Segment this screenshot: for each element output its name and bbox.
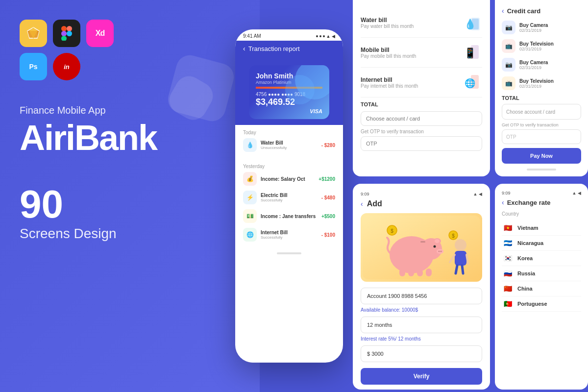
exch-back-arrow[interactable]: ‹ xyxy=(502,198,504,206)
svg-rect-27 xyxy=(399,269,405,276)
cc-item-date-1: 02/31/2019 xyxy=(519,28,581,33)
water-bill-sub: Pay water bill this month xyxy=(361,24,453,29)
cc-verify-label: Get OTP to verify transaction xyxy=(502,122,581,127)
cc-item-name-3: Buy Camera xyxy=(519,60,573,65)
cc-item-3: 📷 Buy Camera 02/31/2019 xyxy=(502,58,581,72)
tx-salary-amount: +$1200 xyxy=(318,176,335,182)
country-vietnam[interactable]: 🇻🇳 Vietnam xyxy=(502,220,581,236)
tx-internet-amount: - $100 xyxy=(321,232,335,238)
tx-jane-info: Income : Jane transfers xyxy=(261,214,318,219)
tx-salary: 💰 Income: Salary Oct +$1200 xyxy=(243,172,335,186)
svg-rect-5 xyxy=(61,26,67,31)
bill-total-label: TOTAL xyxy=(361,101,482,107)
card-circle-deco2 xyxy=(285,75,315,104)
cc-panel-title: Credit card xyxy=(507,7,541,15)
otp-input[interactable] xyxy=(361,136,482,151)
svg-rect-8 xyxy=(61,36,67,41)
tx-jane-icon: 💵 xyxy=(243,209,257,223)
screen-count: 90 xyxy=(20,185,240,224)
tx-salary-info: Income: Salary Oct xyxy=(261,176,315,182)
add-back-arrow[interactable]: ‹ xyxy=(361,200,363,208)
cc-item-info-4: Buy Television 02/31/2019 xyxy=(519,78,581,89)
status-icons: ▲ ◀ xyxy=(316,34,335,39)
cc-account-field: Choose account / card xyxy=(502,104,581,120)
screen-count-label: Screens Design xyxy=(20,226,240,242)
tx-jane-amount: +$500 xyxy=(321,214,335,219)
tx-electric-icon: ⚡ xyxy=(243,191,257,204)
country-nicaragua[interactable]: 🇳🇮 Nicaragua xyxy=(502,236,581,251)
account-input[interactable] xyxy=(361,111,482,126)
tx-internet-status: Successfully xyxy=(261,235,318,240)
water-bill-title: Water bill xyxy=(361,17,453,24)
cc-item-name-1: Buy Camera xyxy=(519,23,573,28)
add-panel-title: Add xyxy=(367,199,382,208)
portuguese-flag-icon: 🇵🇹 xyxy=(502,300,514,308)
svg-rect-6 xyxy=(67,26,72,31)
add-status-bar: 9:09 ▲ ◀ xyxy=(361,192,482,196)
phone-header-title: Transaction report xyxy=(248,45,300,52)
internet-bill-info: Internet bill Pay internet bill this mon… xyxy=(361,76,453,89)
korea-name: Korea xyxy=(517,255,533,261)
water-bill-item: Water bill Pay water bill this month 💧 xyxy=(361,8,482,38)
cc-pay-button[interactable]: Pay Now xyxy=(502,148,581,164)
app-title: AiriBank xyxy=(20,120,240,155)
nicaragua-name: Nicaragua xyxy=(517,240,543,246)
cc-camera-icon-1: 📷 xyxy=(502,21,515,34)
china-flag-icon: 🇨🇳 xyxy=(502,285,514,293)
add-status-icons: ▲ ◀ xyxy=(473,192,482,196)
tx-salary-icon: 💰 xyxy=(243,172,257,186)
tx-water-icon: 💧 xyxy=(243,138,257,152)
svg-point-21 xyxy=(435,239,440,243)
photoshop-icon: Ps xyxy=(20,53,47,80)
country-china[interactable]: 🇨🇳 China xyxy=(502,281,581,296)
svg-text:$: $ xyxy=(452,233,455,239)
cc-item-info-1: Buy Camera 02/31/2019 xyxy=(519,23,581,33)
yesterday-label: Yesterday xyxy=(243,164,335,169)
interest-label: Interest rate 5%/ 12 months xyxy=(361,336,482,342)
svg-text:💧: 💧 xyxy=(464,18,476,30)
exch-status-icons: ▲ ◀ xyxy=(572,191,581,196)
svg-point-24 xyxy=(439,251,440,252)
cc-tv-icon-2: 📺 xyxy=(502,39,515,53)
verify-button[interactable]: Verify xyxy=(361,368,482,385)
exchange-rate-panel: 9:09 ▲ ◀ ‹ Exchange rate Country 🇻🇳 Viet… xyxy=(495,184,588,390)
today-label: Today xyxy=(243,130,335,135)
cc-item-info-3: Buy Camera 02/31/2019 xyxy=(519,60,581,70)
svg-rect-30 xyxy=(426,269,432,276)
internet-bill-icon: 🌐 xyxy=(458,73,482,92)
water-bill-info: Water bill Pay water bill this month xyxy=(361,17,453,29)
country-russia[interactable]: 🇷🇺 Russia xyxy=(502,266,581,281)
cc-item-name-2: Buy Television xyxy=(519,41,573,47)
cc-otp-field: OTP xyxy=(502,129,581,144)
back-arrow[interactable]: ‹ xyxy=(243,45,245,52)
amount-field[interactable] xyxy=(361,345,482,362)
cc-camera-icon-3: 📷 xyxy=(502,58,515,72)
months-field[interactable] xyxy=(361,317,482,333)
exchange-header: ‹ Exchange rate xyxy=(502,198,581,206)
svg-point-9 xyxy=(67,31,72,36)
svg-line-39 xyxy=(456,266,457,273)
exchange-title: Exchange rate xyxy=(507,199,551,206)
vietnam-name: Vietnam xyxy=(517,225,539,231)
bill-total-section: TOTAL Get OTP to verify transaction xyxy=(361,98,482,154)
tx-internet-icon: 🌐 xyxy=(243,228,257,242)
add-savings-panel: 9:09 ▲ ◀ ‹ Add xyxy=(353,184,490,390)
tx-internet: 🌐 Internet Bill Successfully - $100 xyxy=(243,228,335,242)
tx-water-amount: - $280 xyxy=(321,143,335,148)
cc-item-1: 📷 Buy Camera 02/31/2019 xyxy=(502,21,581,34)
account-field[interactable] xyxy=(361,288,482,304)
water-bill-icon: 💧 xyxy=(458,13,482,32)
card-section: John Smith Amazon Platinium 4756 ●●●● ●●… xyxy=(235,65,343,125)
yesterday-section: Yesterday 💰 Income: Salary Oct +$1200 ⚡ … xyxy=(235,159,343,248)
korea-flag-icon: 🇰🇷 xyxy=(502,254,514,262)
country-korea[interactable]: 🇰🇷 Korea xyxy=(502,251,581,266)
svg-point-35 xyxy=(455,239,466,251)
svg-rect-7 xyxy=(61,31,67,36)
cc-back-arrow[interactable]: ‹ xyxy=(502,7,504,15)
tx-electric-name: Electric Bill xyxy=(261,193,318,198)
sketch-icon xyxy=(20,20,47,47)
svg-rect-36 xyxy=(455,251,466,266)
piggy-illustration: $ $ xyxy=(361,213,482,282)
country-portuguese[interactable]: 🇵🇹 Portuguese xyxy=(502,296,581,312)
svg-text:🌐: 🌐 xyxy=(465,78,476,89)
